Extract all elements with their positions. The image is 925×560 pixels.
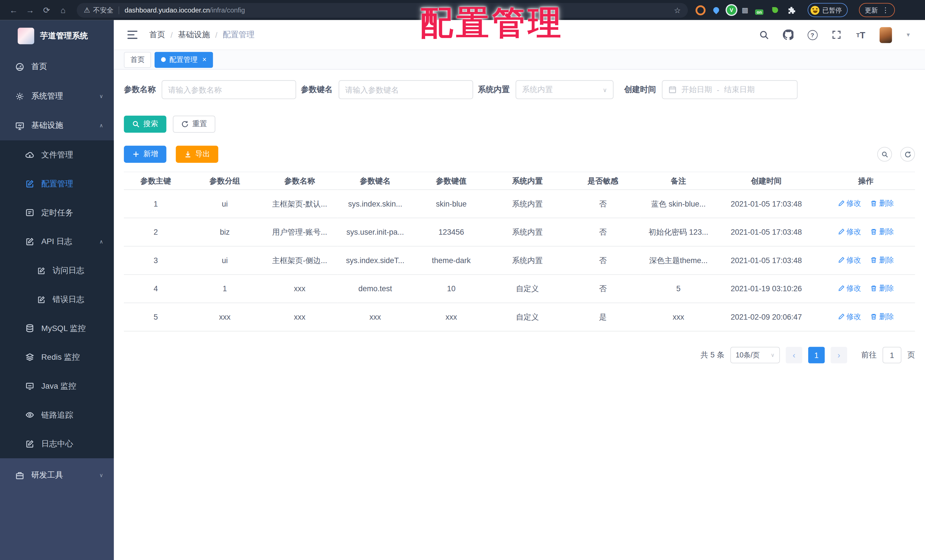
plus-icon [132, 150, 140, 158]
extension-leaf-icon[interactable] [770, 5, 780, 15]
search-icon[interactable] [759, 30, 769, 40]
breadcrumb-infra[interactable]: 基础设施 [178, 30, 210, 40]
search-button[interactable]: 搜索 [124, 116, 166, 133]
user-avatar[interactable] [880, 27, 892, 43]
edit-icon [25, 440, 34, 449]
sidebar-item-tracing[interactable]: 链路追踪 [0, 400, 114, 430]
delete-link[interactable]: 删除 [871, 312, 894, 322]
extension-donut-icon[interactable] [695, 5, 705, 15]
forward-icon[interactable]: → [23, 2, 38, 18]
app-logo: 芋道管理系统 [0, 20, 114, 52]
font-size-icon[interactable]: TT [856, 30, 866, 40]
update-button[interactable]: 更新 ⋮ [859, 3, 895, 17]
home-icon[interactable]: ⌂ [56, 2, 71, 18]
sidebar-item-file-mgmt[interactable]: 文件管理 [0, 140, 114, 169]
tab-config-mgmt[interactable]: 配置管理 × [155, 52, 213, 68]
tab-home[interactable]: 首页 [124, 52, 151, 68]
help-icon[interactable]: ? [807, 30, 818, 40]
github-icon[interactable] [783, 30, 794, 40]
date-range-picker[interactable]: 开始日期 - 结束日期 [662, 80, 797, 99]
export-button[interactable]: 导出 [176, 146, 218, 163]
chevron-down-icon[interactable]: ▼ [906, 32, 911, 38]
param-key-input[interactable] [339, 80, 473, 99]
extension-pin-icon[interactable] [711, 5, 721, 15]
sidebar-item-dev-tools[interactable]: 研发工具 ∨ [0, 461, 114, 490]
sidebar-item-config-mgmt[interactable]: 配置管理 [0, 169, 114, 198]
table-row: 41xxxdemo.test10自定义否52021-01-19 03:10:26… [124, 274, 915, 303]
delete-link[interactable]: 删除 [871, 255, 894, 265]
sidebar-item-api-logs[interactable]: API 日志 ∧ [0, 227, 114, 256]
chevron-up-icon: ∧ [99, 123, 104, 129]
browser-toolbar: ← → ⟳ ⌂ ⚠ 不安全 dashboard.yudao.iocoder.cn… [0, 0, 925, 20]
smiley-icon [811, 6, 819, 15]
extension-on-icon[interactable]: on [754, 5, 764, 15]
builtin-label: 系统内置 [478, 84, 509, 95]
sidebar-item-scheduled-tasks[interactable]: 定时任务 [0, 198, 114, 227]
refresh-table-icon[interactable] [900, 147, 915, 162]
trash-icon [871, 229, 878, 236]
toggle-search-icon[interactable] [877, 147, 892, 162]
kebab-menu-icon[interactable]: ⋮ [882, 6, 889, 14]
add-button[interactable]: 新增 [124, 146, 166, 163]
edit-link[interactable]: 修改 [838, 312, 861, 322]
extension-grid-icon[interactable]: ▩ [741, 6, 749, 14]
collapse-menu-icon[interactable] [127, 31, 138, 39]
sidebar-item-infra[interactable]: 基础设施 ∧ [0, 111, 114, 140]
reset-button[interactable]: 重置 [173, 116, 215, 133]
breadcrumb-home[interactable]: 首页 [149, 30, 165, 40]
paused-badge[interactable]: 已暂停 [807, 3, 848, 17]
table-row: 5xxxxxxxxxxxx自定义是xxx2021-02-09 20:06:47 … [124, 303, 915, 331]
param-name-input[interactable] [162, 80, 296, 99]
param-name-label: 参数名称 [124, 84, 156, 95]
prev-page-button[interactable]: ‹ [786, 347, 802, 363]
paused-label: 已暂停 [823, 6, 842, 15]
sidebar-item-mysql-monitor[interactable]: MySQL 监控 [0, 314, 114, 343]
pagination: 共 5 条 10条/页 ∨ ‹ 1 › 前往 页 [124, 347, 915, 363]
sidebar-item-access-logs[interactable]: 访问日志 [0, 256, 114, 285]
builtin-select[interactable]: 系统内置 ∨ [515, 80, 613, 99]
goto-page-input[interactable] [883, 347, 901, 363]
sidebar-bottom: 研发工具 ∨ [0, 458, 114, 560]
edit-link[interactable]: 修改 [838, 283, 861, 294]
param-key-label: 参数键名 [301, 84, 333, 95]
trash-icon [871, 313, 878, 321]
sidebar-item-redis-monitor[interactable]: Redis 监控 [0, 343, 114, 372]
edit-icon [37, 266, 45, 275]
current-page[interactable]: 1 [808, 347, 825, 363]
edit-icon [25, 179, 34, 188]
delete-link[interactable]: 删除 [871, 227, 894, 237]
back-icon[interactable]: ← [6, 2, 21, 18]
sidebar-item-java-monitor[interactable]: Java 监控 [0, 372, 114, 400]
page-unit: 页 [907, 350, 915, 360]
sidebar-item-system[interactable]: 系统管理 ∨ [0, 81, 114, 111]
date-start-placeholder: 开始日期 [681, 84, 712, 95]
fullscreen-icon[interactable] [831, 30, 842, 40]
active-dot-icon [161, 57, 166, 62]
sidebar-item-home[interactable]: 首页 [0, 52, 114, 81]
edit-link[interactable]: 修改 [838, 255, 861, 265]
sidebar-item-error-logs[interactable]: 错误日志 [0, 285, 114, 314]
pencil-icon [838, 313, 845, 321]
bookmark-star-icon[interactable]: ☆ [674, 6, 681, 15]
reload-icon[interactable]: ⟳ [39, 2, 54, 18]
next-page-button[interactable]: › [831, 347, 847, 363]
chevron-down-icon: ∨ [99, 93, 104, 99]
date-end-placeholder: 结束日期 [724, 84, 755, 95]
briefcase-icon [15, 471, 24, 480]
app-title: 芋道管理系统 [40, 31, 88, 41]
url-host: dashboard.yudao.iocoder.cn [125, 6, 210, 14]
close-icon[interactable]: × [202, 56, 206, 63]
url-path: /infra/config [210, 6, 245, 14]
address-bar[interactable]: ⚠ 不安全 dashboard.yudao.iocoder.cn/infra/c… [77, 3, 688, 17]
page-size-select[interactable]: 10条/页 ∨ [730, 347, 780, 363]
edit-link[interactable]: 修改 [838, 227, 861, 237]
gear-icon [15, 92, 24, 101]
delete-link[interactable]: 删除 [871, 199, 894, 209]
extension-v-icon[interactable]: V [727, 5, 736, 15]
delete-link[interactable]: 删除 [871, 283, 894, 294]
calendar-icon [668, 86, 676, 94]
sidebar-item-log-center[interactable]: 日志中心 [0, 429, 114, 458]
chevron-down-icon: ∨ [99, 473, 104, 479]
edit-link[interactable]: 修改 [838, 199, 861, 209]
extensions-puzzle-icon[interactable] [786, 5, 796, 15]
